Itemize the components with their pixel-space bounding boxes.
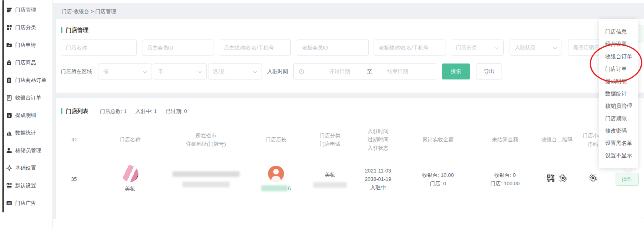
- sidebar-item-store-goods-orders[interactable]: 门店商品订单: [0, 75, 53, 85]
- stat-total: 门店总数: 1: [100, 108, 126, 115]
- section-accent-bar: [61, 108, 62, 114]
- sidebar-item-label: 门店分类: [15, 24, 36, 31]
- col-header-cashier-qr: 收银台二维码: [538, 135, 576, 144]
- sidebar-item-default-settings[interactable]: 默认设置: [0, 180, 53, 191]
- col-header-address: 所在省市 详细地址(门牌号): [168, 131, 244, 148]
- cell-manager: 6: [244, 166, 308, 192]
- stat-expired: 已过期: 0: [166, 108, 187, 115]
- boss-nick-input[interactable]: [374, 40, 446, 56]
- boss-member-id-input[interactable]: [297, 40, 369, 56]
- miniprogram-code-icon[interactable]: [558, 174, 567, 185]
- owner-member-id-input[interactable]: [142, 40, 214, 56]
- district-select[interactable]: 区/县: [208, 63, 262, 79]
- sidebar-item-commission-detail[interactable]: ¥ 提成明细: [0, 110, 53, 121]
- dropdown-item-commission-detail[interactable]: 提成明细: [599, 75, 638, 87]
- chevron-down-icon: [253, 69, 257, 73]
- dropdown-item-change-password[interactable]: 修改密码: [599, 125, 638, 137]
- sidebar-item-store-management[interactable]: 门店管理: [0, 5, 53, 15]
- entry-time-label: 入驻时间: [267, 63, 288, 79]
- end-date-placeholder[interactable]: 结束日期: [387, 68, 408, 75]
- cell-received: 收银台: 10.00 门店: 0: [404, 171, 472, 188]
- grid-icon: [6, 24, 12, 31]
- dropdown-item-set-hidden[interactable]: 设置不显示: [599, 149, 638, 162]
- add-store-button-partial[interactable]: [639, 25, 644, 42]
- sidebar-item-data-statistics[interactable]: 数据统计: [0, 128, 53, 138]
- store-name-input[interactable]: [61, 40, 137, 56]
- dropdown-item-set-blacklist[interactable]: 设置黑名单: [599, 137, 638, 149]
- action-dropdown-menu: 门店信息 经营设置 收银台订单 门店订单 提成明细 数据统计 核销员管理 门店期…: [599, 19, 638, 168]
- cell-address: [168, 171, 244, 187]
- redacted-address-line2: [182, 182, 230, 187]
- store-avatar: [122, 165, 138, 182]
- svg-text:AD: AD: [7, 202, 11, 205]
- dropdown-item-store-info[interactable]: 门店信息: [599, 26, 638, 38]
- gear-icon: [6, 165, 12, 171]
- store-category-select[interactable]: 门店分类: [451, 40, 504, 56]
- date-range-picker[interactable]: 开始日期 至 结束日期: [293, 63, 437, 79]
- sidebar-item-label: 门店商品订单: [15, 77, 46, 84]
- sidebar-item-store-ads[interactable]: AD 门店广告: [0, 198, 53, 208]
- chevron-down-icon: [553, 46, 557, 50]
- chevron-down-icon: [198, 69, 202, 73]
- dropdown-item-cashier-orders[interactable]: 收银台订单: [599, 50, 638, 63]
- ad-icon: AD: [6, 200, 12, 206]
- redacted-address-line1: [172, 171, 240, 177]
- region-label: 门店所在区域: [61, 63, 92, 79]
- miniprogram-code-icon[interactable]: [589, 174, 598, 185]
- sidebar-item-label: 门店管理: [15, 6, 36, 14]
- sidebar-item-store-category[interactable]: 门店分类: [0, 22, 53, 33]
- section-accent-bar: [61, 27, 62, 33]
- filter-card: 门店管理 门店分类 入驻状态 是否连锁店 门店所在区域 省 市: [56, 19, 644, 93]
- receipt-icon: [6, 95, 12, 101]
- breadcrumb: 门店-收银台 > 门店管理: [62, 8, 116, 15]
- cell-id: 35: [56, 175, 92, 183]
- cell-store-name: 美妆: [92, 165, 168, 193]
- store-list-card: 门店列表 门店总数: 1 入驻中: 1 已过期: 0 ID 门店名称 所在省市 …: [56, 98, 644, 219]
- dropdown-item-data-statistics[interactable]: 数据统计: [599, 87, 638, 100]
- col-header-entry-time: 入驻时间 过期时间 入驻状态: [352, 127, 404, 152]
- table-header: ID 门店名称 所在省市 详细地址(门牌号) 门店店长 门店分类 门店电话 入驻…: [56, 120, 644, 159]
- clipboard-icon: [6, 77, 12, 83]
- start-date-placeholder[interactable]: 开始日期: [329, 68, 350, 75]
- table-row: 35 美妆 6 美妆 2021-11-03: [56, 159, 644, 199]
- cell-action: 操作: [610, 173, 644, 186]
- bag-icon: [6, 59, 12, 66]
- search-button[interactable]: 搜索: [442, 63, 470, 79]
- qr-code-icon[interactable]: [547, 174, 555, 184]
- sidebar: 门店管理 门店分类 门店申请 门店商品 门店商品订单 收银台订单 ¥ 提成明细: [0, 0, 53, 228]
- province-select[interactable]: 省: [98, 63, 152, 79]
- sidebar-item-label: 基础设置: [15, 165, 36, 172]
- cell-cashier-qr: [538, 174, 576, 185]
- dropdown-item-business-settings[interactable]: 经营设置: [599, 38, 638, 50]
- cell-category: 美妆: [308, 171, 352, 188]
- sidebar-item-cashier-orders[interactable]: 收银台订单: [0, 93, 53, 103]
- entry-status-select[interactable]: 入驻状态: [510, 40, 562, 56]
- sidebar-item-store-goods[interactable]: 门店商品: [0, 57, 53, 68]
- col-header-received: 累计实收金额: [404, 135, 472, 144]
- col-header-unsettled: 未结算金额: [472, 135, 538, 144]
- sidebar-item-basic-settings[interactable]: 基础设置: [0, 163, 53, 173]
- dropdown-item-store-orders[interactable]: 门店订单: [599, 63, 638, 75]
- page: 门店管理 门店分类 门店申请 门店商品 门店商品订单 收银台订单 ¥ 提成明细: [0, 0, 644, 228]
- sidebar-item-label: 收银台订单: [15, 94, 41, 101]
- export-button[interactable]: 导出: [476, 63, 502, 79]
- col-header-id: ID: [56, 135, 92, 144]
- cell-unsettled: 收银台: 0 门店: 100.00: [472, 171, 538, 188]
- sidebar-item-verifier-management[interactable]: 核销员管理: [0, 145, 53, 156]
- manager-phone[interactable]: 6: [261, 184, 291, 192]
- store-stats: 门店总数: 1 入驻中: 1 已过期: 0: [100, 108, 187, 115]
- sidebar-item-label: 默认设置: [15, 182, 36, 189]
- filter-card-title: 门店管理: [66, 27, 88, 34]
- dropdown-item-verifier-management[interactable]: 核销员管理: [599, 100, 638, 112]
- store-name-caption: 美妆: [125, 184, 135, 193]
- sliders-icon: [6, 182, 12, 189]
- sidebar-item-label: 核销员管理: [15, 147, 41, 154]
- chevron-down-icon: [143, 69, 147, 73]
- action-button[interactable]: 操作: [616, 173, 639, 186]
- owner-nick-input[interactable]: [219, 40, 291, 56]
- dropdown-item-store-term[interactable]: 门店期限: [599, 112, 638, 125]
- sidebar-item-store-application[interactable]: 门店申请: [0, 40, 53, 50]
- city-select[interactable]: 市: [153, 63, 207, 79]
- chevron-down-icon: [495, 46, 499, 50]
- manager-avatar: [268, 166, 284, 182]
